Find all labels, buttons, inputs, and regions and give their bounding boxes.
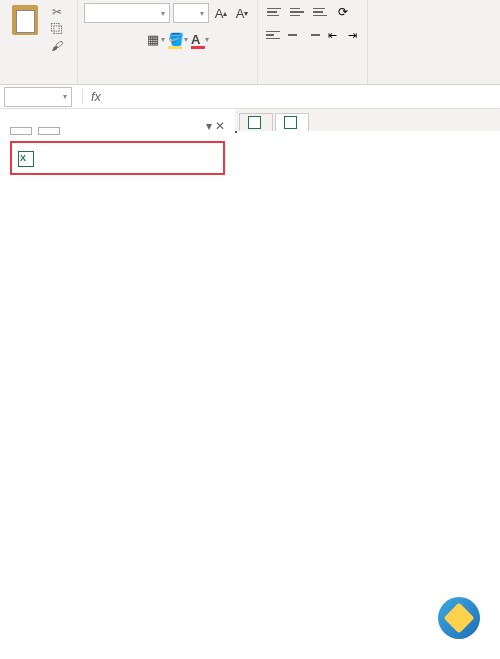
font-group-label: [84, 82, 251, 84]
clipboard-group-label: [6, 82, 71, 84]
clipboard-item[interactable]: [10, 141, 225, 175]
copy-button[interactable]: ⿻: [48, 21, 66, 37]
italic-button[interactable]: [105, 29, 123, 49]
align-group-label: [264, 82, 361, 84]
paste-all-button[interactable]: [10, 127, 32, 135]
align-middle-button[interactable]: [287, 2, 307, 22]
formula-bar: ▾ fx: [0, 85, 500, 109]
pane-options-button[interactable]: ▾: [206, 119, 212, 133]
font-color-button[interactable]: A▾: [191, 29, 209, 49]
watermark: [438, 597, 480, 641]
tab-workbook2[interactable]: [275, 113, 309, 131]
shrink-font-button[interactable]: A▾: [233, 3, 251, 23]
clear-all-button[interactable]: [38, 127, 60, 135]
tab-demo[interactable]: [239, 113, 273, 131]
underline-button[interactable]: [126, 29, 144, 49]
cut-button[interactable]: ✂: [48, 4, 66, 20]
fx-icon[interactable]: fx: [82, 89, 109, 104]
align-left-button[interactable]: [264, 25, 281, 45]
align-bottom-button[interactable]: [310, 2, 330, 22]
decrease-indent-button[interactable]: ⇤: [324, 25, 341, 45]
bold-button[interactable]: [84, 29, 102, 49]
font-size-select[interactable]: ▾: [173, 3, 209, 23]
window-tabs: [235, 109, 500, 131]
clipboard-pane: ▾ ✕: [0, 109, 235, 659]
align-top-button[interactable]: [264, 2, 284, 22]
align-right-button[interactable]: [304, 25, 321, 45]
clipboard-icon: [12, 5, 38, 35]
spreadsheet[interactable]: [235, 131, 500, 659]
orientation-button[interactable]: ⟳: [333, 2, 353, 22]
pane-close-button[interactable]: ✕: [215, 119, 225, 133]
paste-button[interactable]: [6, 2, 44, 37]
align-center-button[interactable]: [284, 25, 301, 45]
grow-font-button[interactable]: A▴: [212, 3, 230, 23]
workbook-area: [235, 109, 500, 659]
borders-button[interactable]: ▦▾: [147, 29, 165, 49]
font-name-select[interactable]: ▾: [84, 3, 170, 23]
fill-color-button[interactable]: 🪣▾: [168, 29, 188, 49]
ribbon: ✂ ⿻ 🖌 ▾ ▾ A▴ A▾ ▦▾ 🪣▾ A▾: [0, 0, 500, 85]
format-painter-button[interactable]: 🖌: [48, 38, 66, 54]
excel-icon: [18, 151, 34, 167]
name-box[interactable]: ▾: [4, 87, 72, 107]
increase-indent-button[interactable]: ⇥: [344, 25, 361, 45]
watermark-logo-icon: [438, 597, 480, 639]
